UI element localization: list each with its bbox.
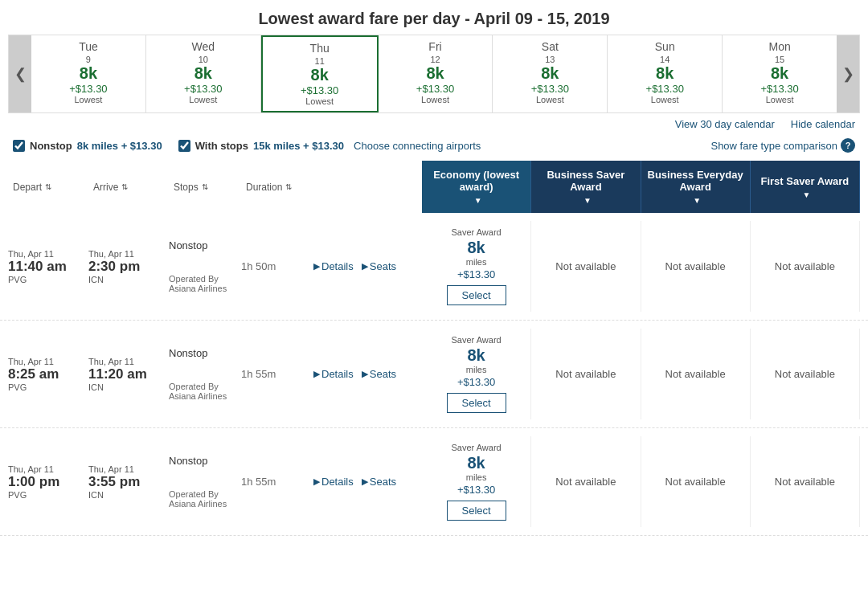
seats-link[interactable]: ▶ Seats: [362, 260, 396, 272]
flight-stops: Nonstop Operated By Asiana Airlines: [169, 455, 241, 509]
select-button[interactable]: Select: [447, 285, 506, 305]
award-miles: 8k: [468, 454, 485, 472]
details-link[interactable]: ▶ Details: [313, 260, 354, 272]
table-row: Thu, Apr 11 1:00 pm PVG Thu, Apr 11 3:55…: [0, 428, 868, 536]
flight-depart: Thu, Apr 11 8:25 am PVG: [8, 357, 88, 392]
filter-row: Nonstop 8k miles + $13.30 With stops 15k…: [0, 133, 868, 157]
award-type-label: Saver Award: [452, 227, 502, 237]
flight-actions: ▶ Details ▶ Seats: [313, 476, 414, 488]
award-type-label: Saver Award: [452, 335, 502, 345]
flight-info: Thu, Apr 11 1:00 pm PVG Thu, Apr 11 3:55…: [8, 436, 422, 527]
arrive-airport: ICN: [88, 490, 169, 500]
withstops-filter[interactable]: With stops 15k miles + $13.30 Choose con…: [178, 140, 481, 152]
details-link[interactable]: ▶ Details: [313, 476, 354, 488]
depart-header[interactable]: Depart ⇅: [8, 161, 88, 213]
business-saver-header[interactable]: Business Saver Award ▼: [531, 161, 641, 213]
first-saver-availability: Not available: [775, 476, 835, 488]
calendar-day-sat[interactable]: Sat 13 8k +$13.30 Lowest: [493, 35, 608, 112]
business-everyday-header[interactable]: Business Everyday Award ▼: [641, 161, 751, 213]
depart-sort-icon: ⇅: [45, 182, 51, 191]
business-everyday-availability: Not available: [665, 260, 726, 272]
calendar-day-wed[interactable]: Wed 10 8k +$13.30 Lowest: [146, 35, 261, 112]
calendar-prev-nav[interactable]: ❮: [9, 35, 31, 112]
operated-by: Operated By Asiana Airlines: [169, 382, 241, 401]
first-saver-sort-icon: ▼: [802, 190, 810, 199]
first-saver-header[interactable]: First Saver Award ▼: [751, 161, 860, 213]
day-price: +$13.30: [611, 83, 719, 95]
day-name: Sat: [496, 40, 604, 53]
connecting-airports-link[interactable]: Choose connecting airports: [354, 140, 481, 152]
hide-calendar-link[interactable]: Hide calendar: [791, 118, 855, 130]
economy-award-cell: Saver Award 8k miles +$13.30 Select: [422, 436, 531, 527]
calendar-days: Tue 9 8k +$13.30 Lowest Wed 10 8k +$13.3…: [31, 35, 837, 112]
biz-saver-sort-icon: ▼: [583, 196, 592, 205]
economy-award-cell: Saver Award 8k miles +$13.30 Select: [422, 221, 531, 312]
seats-arrow-icon: ▶: [362, 369, 368, 379]
depart-date: Thu, Apr 11: [8, 357, 88, 366]
day-lowest: Lowest: [35, 95, 142, 104]
calendar-day-mon[interactable]: Mon 15 8k +$13.30 Lowest: [723, 35, 837, 112]
calendar-day-fri[interactable]: Fri 12 8k +$13.30 Lowest: [379, 35, 493, 112]
depart-airport: PVG: [8, 490, 88, 500]
calendar-section: ❮ Tue 9 8k +$13.30 Lowest Wed 10 8k +$13…: [8, 35, 860, 113]
award-miles-unit: miles: [466, 257, 487, 267]
business-saver-cell: Not available: [531, 436, 641, 527]
day-lowest: Lowest: [611, 95, 719, 104]
economy-sort-icon: ▼: [474, 196, 482, 205]
day-lowest: Lowest: [382, 95, 489, 104]
day-price: +$13.30: [496, 83, 604, 95]
depart-airport: PVG: [8, 275, 88, 284]
day-num: 13: [496, 55, 604, 64]
economy-award-header[interactable]: Economy (lowest award) ▼: [422, 161, 531, 213]
arrive-date: Thu, Apr 11: [88, 464, 169, 474]
select-button[interactable]: Select: [447, 501, 506, 521]
day-price: +$13.30: [266, 84, 374, 96]
stops-sort-icon: ⇅: [202, 182, 208, 191]
withstops-checkbox[interactable]: [178, 140, 190, 152]
table-header: Depart ⇅ Arrive ⇅ Stops ⇅ Duration ⇅ Eco…: [8, 161, 860, 213]
withstops-miles: 15k miles + $13.30: [253, 140, 344, 152]
flight-info: Thu, Apr 11 11:40 am PVG Thu, Apr 11 2:3…: [8, 221, 422, 312]
nonstop-checkbox[interactable]: [13, 140, 25, 152]
seats-link[interactable]: ▶ Seats: [362, 476, 396, 488]
day-price: +$13.30: [149, 83, 257, 95]
calendar-next-nav[interactable]: ❯: [837, 35, 859, 112]
award-price: +$13.30: [457, 268, 495, 280]
flight-actions: ▶ Details ▶ Seats: [313, 368, 414, 380]
view-30-day-link[interactable]: View 30 day calendar: [675, 118, 775, 130]
flight-rows: Thu, Apr 11 11:40 am PVG Thu, Apr 11 2:3…: [0, 213, 868, 536]
depart-time: 1:00 pm: [8, 474, 88, 490]
calendar-day-sun[interactable]: Sun 14 8k +$13.30 Lowest: [608, 35, 723, 112]
economy-award-cell: Saver Award 8k miles +$13.30 Select: [422, 329, 531, 419]
first-saver-availability: Not available: [775, 260, 835, 272]
award-miles: 8k: [468, 346, 485, 365]
first-saver-cell: Not available: [751, 436, 860, 527]
stops-header[interactable]: Stops ⇅: [169, 161, 241, 213]
flight-depart: Thu, Apr 11 11:40 am PVG: [8, 249, 88, 284]
table-row: Thu, Apr 11 8:25 am PVG Thu, Apr 11 11:2…: [0, 321, 868, 428]
day-lowest: Lowest: [149, 95, 257, 104]
business-everyday-availability: Not available: [665, 368, 726, 380]
seats-link[interactable]: ▶ Seats: [362, 368, 396, 380]
fare-type-label: Show fare type comparison: [710, 140, 837, 152]
flight-arrive: Thu, Apr 11 11:20 am ICN: [88, 357, 169, 392]
calendar-links: View 30 day calendar Hide calendar: [0, 113, 868, 133]
actions-header: [321, 161, 422, 213]
arrive-date: Thu, Apr 11: [88, 357, 169, 366]
day-num: 10: [149, 55, 257, 64]
select-button[interactable]: Select: [447, 393, 506, 413]
duration-header[interactable]: Duration ⇅: [241, 161, 321, 213]
calendar-day-tue[interactable]: Tue 9 8k +$13.30 Lowest: [31, 35, 146, 112]
arrive-time: 11:20 am: [88, 366, 169, 382]
award-price: +$13.30: [457, 484, 495, 496]
details-link[interactable]: ▶ Details: [313, 368, 354, 380]
arrive-header[interactable]: Arrive ⇅: [88, 161, 169, 213]
day-name: Wed: [149, 40, 257, 53]
nonstop-filter[interactable]: Nonstop 8k miles + $13.30: [13, 140, 162, 152]
fare-type-comparison-link[interactable]: Show fare type comparison ?: [710, 138, 855, 153]
flight-depart: Thu, Apr 11 1:00 pm PVG: [8, 464, 88, 500]
day-miles: 8k: [382, 64, 489, 83]
business-everyday-cell: Not available: [641, 436, 751, 527]
day-miles: 8k: [266, 66, 374, 84]
calendar-day-thu[interactable]: Thu 11 8k +$13.30 Lowest: [261, 35, 379, 112]
